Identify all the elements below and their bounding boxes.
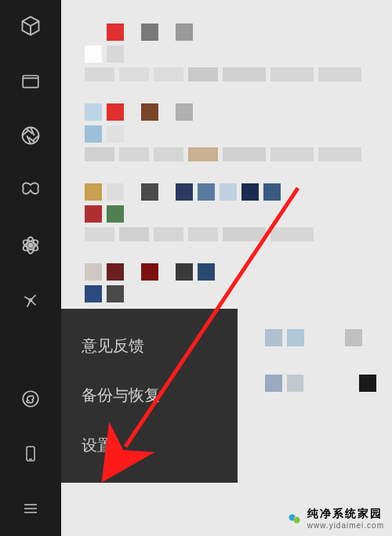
phone-icon[interactable] — [19, 442, 42, 465]
svg-rect-0 — [23, 76, 38, 88]
menu-icon[interactable] — [19, 497, 42, 520]
list-item — [85, 103, 376, 161]
aperture-icon[interactable] — [19, 124, 42, 147]
watermark-icon — [287, 511, 303, 527]
menu-item-settings[interactable]: 设置 — [61, 424, 238, 467]
menu-item-feedback[interactable]: 意见反馈 — [61, 324, 238, 368]
menu-item-backup[interactable]: 备份与恢复 — [61, 374, 238, 417]
list-item — [85, 24, 376, 81]
svg-point-1 — [23, 128, 39, 144]
svg-point-2 — [29, 244, 33, 248]
link-icon[interactable] — [19, 387, 42, 411]
list-item — [85, 263, 376, 307]
atom-icon[interactable] — [19, 234, 42, 257]
watermark-title: 纯净系统家园 — [307, 507, 383, 520]
list-item — [85, 183, 376, 241]
sidebar — [0, 0, 61, 536]
spark-icon[interactable] — [19, 288, 42, 312]
butterfly-icon[interactable] — [19, 179, 42, 202]
cube-icon[interactable] — [19, 14, 42, 38]
popup-menu: 意见反馈 备份与恢复 设置 — [61, 309, 238, 483]
svg-point-7 — [23, 391, 38, 407]
folder-icon[interactable] — [19, 69, 42, 92]
watermark-url: www.yidaimei.com — [307, 521, 384, 530]
watermark: 纯净系统家园 www.yidaimei.com — [287, 507, 384, 530]
